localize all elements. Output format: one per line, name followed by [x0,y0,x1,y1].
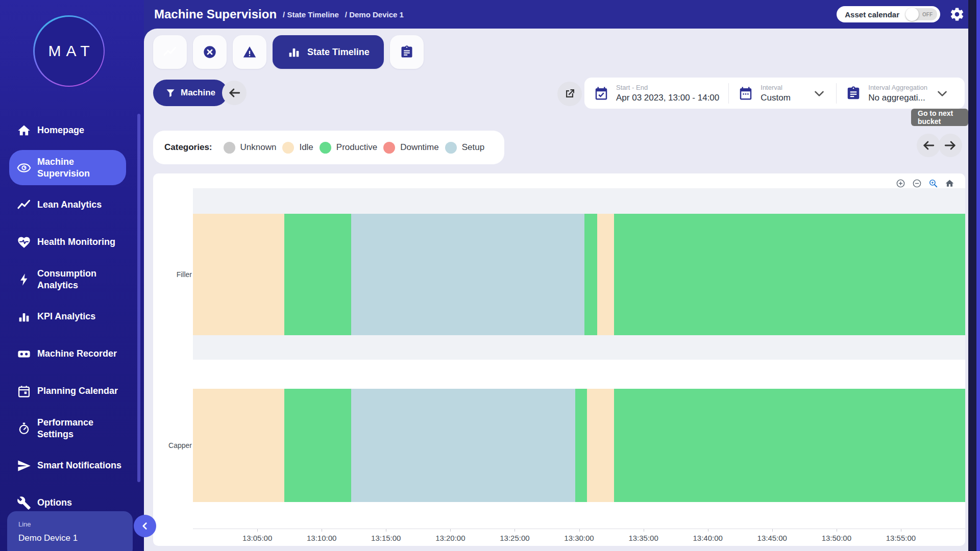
autoscale-button[interactable] [926,178,940,189]
bar-chart-icon [287,45,301,59]
chart-plot-area: 13:05:0013:10:0013:15:0013:20:0013:25:00… [193,173,965,546]
zoom-out-button[interactable] [910,178,923,189]
interval-aggregation-field[interactable]: Interval Aggregation No aggregati... [837,84,959,103]
machine-filter-button[interactable]: Machine [153,80,228,106]
calendar-check-icon [594,86,609,101]
segment-capper-idle[interactable] [587,389,614,502]
x-axis-tick [772,529,773,532]
x-axis-tick [644,529,644,532]
x-axis-tick-label: 13:45:00 [757,534,787,542]
settings-button[interactable] [949,7,965,22]
legend-item-unknown[interactable]: Unknown [224,142,277,154]
asset-calendar-toggle-pill[interactable]: Asset calendar OFF [837,6,940,22]
sidebar-item-health-monitoring[interactable]: Health Monitoring [0,223,144,261]
segment-filler-productive[interactable] [284,214,351,335]
previous-bucket-button[interactable] [917,134,940,157]
open-in-new-button[interactable] [557,82,582,106]
send-icon [17,459,31,473]
clipboard-icon [846,86,861,101]
legend-item-setup[interactable]: Setup [445,142,484,154]
chevron-down-icon [935,86,950,101]
tab-reports[interactable] [390,35,424,69]
page-scrollbar-thumb[interactable] [976,0,980,551]
breadcrumb-item-1[interactable]: / State Timeline [283,10,339,19]
interval-value: Custom [761,93,791,103]
app-logo-circle: MAT [35,17,104,86]
segment-filler-productive[interactable] [584,214,597,335]
trend-icon [163,45,177,59]
legend-item-idle[interactable]: Idle [282,142,313,154]
segment-capper-productive[interactable] [614,389,965,502]
segment-capper-productive[interactable] [284,389,351,502]
back-button[interactable] [222,81,247,105]
segment-capper-productive[interactable] [575,389,587,502]
segment-filler-productive[interactable] [614,214,965,335]
sidebar-item-lean-analytics[interactable]: Lean Analytics [0,186,144,223]
sidebar-item-smart-notifications[interactable]: Smart Notifications [0,447,144,484]
x-axis-tick-label: 13:55:00 [886,534,916,542]
x-axis-tick [579,529,580,532]
sidebar-item-label: Performance Settings [37,417,124,440]
segment-filler-setup[interactable] [351,214,584,335]
legend-color-dot [445,142,457,154]
start-end-value: Apr 03 2023, 13:00 - 14:00 [616,93,719,103]
zoom-in-button[interactable] [894,178,907,189]
arrow-left-icon [922,139,935,152]
segment-filler-idle[interactable] [193,214,284,335]
sidebar-item-consumption-analytics[interactable]: Consumption Analytics [0,261,144,298]
toggle-state-label: OFF [922,12,933,17]
interval-label: Interval [761,84,804,91]
gear-icon [949,7,965,22]
timeline-band-capper [193,360,965,529]
reset-axes-button[interactable] [943,178,956,189]
sidebar: MAT HomepageMachine SupervisionLean Anal… [0,0,144,551]
zoom-out-icon [912,179,922,188]
segment-filler-idle[interactable] [597,214,614,335]
arrow-right-icon [944,139,957,152]
machine-filter-label: Machine [181,88,215,98]
legend-color-dot [383,142,395,154]
start-end-field[interactable]: Start - End Apr 03 2023, 13:00 - 14:00 [584,84,728,103]
asset-calendar-switch[interactable]: OFF [905,8,937,20]
external-link-icon [564,88,576,100]
x-axis-tick-label: 13:35:00 [628,534,658,542]
timeline-bar-capper [193,389,965,502]
x-circle-icon [203,45,217,59]
sidebar-item-machine-recorder[interactable]: Machine Recorder [0,335,144,372]
page-scrollbar[interactable] [968,0,980,551]
interval-aggregation-value: No aggregati... [868,93,925,103]
segment-capper-idle[interactable] [193,389,284,502]
legend-item-productive[interactable]: Productive [320,142,377,154]
tab-alarms[interactable] [233,35,266,69]
tab-state-timeline[interactable]: State Timeline [273,35,384,69]
legend-item-downtime[interactable]: Downtime [383,142,439,154]
sidebar-item-label: Planning Calendar [37,385,124,397]
interval-field[interactable]: Interval Custom [729,84,836,103]
sidebar-item-label: Lean Analytics [37,199,124,211]
sidebar-scrollbar[interactable] [137,114,140,482]
next-bucket-button[interactable] [939,134,962,157]
app-logo-text: MAT [43,42,94,60]
segment-capper-setup[interactable] [351,389,575,502]
trend-icon [17,198,31,212]
sidebar-item-homepage[interactable]: Homepage [0,112,144,149]
x-axis-tick [257,529,258,532]
x-axis-tick [450,529,451,532]
next-bucket-tooltip: Go to next bucket [911,109,968,126]
tab-errors[interactable] [193,35,227,69]
stopwatch-icon [17,421,31,436]
breadcrumb-item-2[interactable]: / Demo Device 1 [345,10,404,19]
sidebar-item-performance-settings[interactable]: Performance Settings [0,410,144,447]
tab-trend-analysis[interactable] [153,35,187,69]
sidebar-item-kpi-analytics[interactable]: KPI Analytics [0,298,144,335]
sidebar-item-label: Consumption Analytics [37,268,124,291]
legend-color-dot [320,142,331,154]
sidebar-item-machine-supervision[interactable]: Machine Supervision [0,149,144,186]
x-axis-tick-label: 13:05:00 [242,534,272,542]
sidebar-item-label: Machine Supervision [37,156,124,180]
legend-items: UnknownIdleProductiveDowntimeSetup [217,142,485,154]
calendar-icon [17,384,31,398]
sidebar-collapse-button[interactable] [134,515,156,537]
sidebar-item-planning-calendar[interactable]: Planning Calendar [0,372,144,410]
wrench-icon [17,496,31,510]
